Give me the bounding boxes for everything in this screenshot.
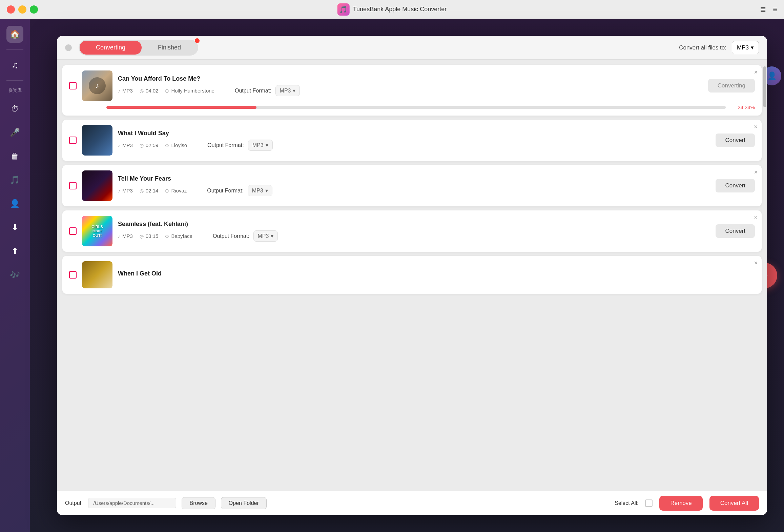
convert-all-button[interactable]: Convert All	[709, 496, 759, 511]
person-icon-3: ⊙	[165, 188, 169, 193]
song-1-title: Can You Afford To Lose Me?	[118, 75, 703, 82]
profile-icon: 👤	[10, 199, 20, 208]
sidebar-item-mic[interactable]: 🎤	[6, 124, 23, 141]
sidebar-item-apple-music[interactable]: ♫	[6, 57, 23, 74]
scrollbar-thumb[interactable]	[763, 66, 766, 107]
song-2-output-format: Output Format: MP3 ▾	[207, 140, 273, 151]
apple-music-icon: ♫	[12, 60, 19, 70]
clock-icon-2: ◷	[140, 143, 144, 148]
song-card-5: × When I Get Old	[62, 256, 762, 294]
song-card-1: × ♪ Can You Afford	[62, 65, 762, 116]
home-icon: 🏠	[10, 29, 20, 39]
browse-button[interactable]: Browse	[182, 497, 215, 509]
song-4-checkbox[interactable]	[69, 227, 77, 235]
song-1-artist: ⊙ Holly Humberstone	[165, 88, 214, 94]
song-2-convert-button[interactable]: Convert	[716, 134, 755, 147]
song-1-progress: 24.24%	[106, 104, 755, 110]
playlist-icon[interactable]: ≣	[760, 5, 766, 14]
close-song-5-button[interactable]: ×	[754, 260, 758, 266]
output-label: Output:	[65, 500, 83, 506]
song-4-convert-button[interactable]: Convert	[716, 224, 755, 238]
song-4-format: ♪ MP3	[118, 233, 133, 239]
trash-icon: 🗑	[11, 151, 19, 161]
song-3-format: ♪ MP3	[118, 188, 133, 193]
output-path: /Users/apple/Documents/...	[88, 498, 176, 508]
select-all-label: Select All:	[615, 500, 638, 506]
song-2-title: What I Would Say	[118, 130, 710, 137]
music-note-icon-2: ♪	[118, 143, 120, 148]
chevron-icon-3: ▾	[265, 187, 268, 194]
select-all-checkbox[interactable]	[645, 499, 653, 507]
close-song-2-button[interactable]: ×	[754, 124, 758, 130]
maximize-button[interactable]	[30, 5, 38, 14]
music2-icon: 🎶	[10, 270, 20, 280]
song-3-meta: ♪ MP3 ◷ 02:14 ⊙ Riovaz	[118, 185, 710, 196]
content-area: × ♪ Can You Afford	[57, 60, 767, 491]
tab-converting[interactable]: Converting	[80, 41, 142, 55]
clock-icon-3: ◷	[140, 188, 144, 193]
sidebar-item-music[interactable]: 🎵	[6, 171, 23, 188]
chevron-icon-4: ▾	[271, 233, 273, 239]
music-icon: 🎵	[10, 175, 20, 185]
sidebar-item-home[interactable]: 🏠	[6, 26, 23, 43]
song-1-convert-button[interactable]: Converting	[708, 79, 755, 93]
sidebar-item-clock[interactable]: ⏱	[6, 100, 23, 117]
sidebar-item-profile[interactable]: 👤	[6, 195, 23, 212]
bottom-bar: Output: /Users/apple/Documents/... Brows…	[57, 491, 767, 515]
sidebar-item-music2[interactable]: 🎶	[6, 266, 23, 283]
song-1-thumbnail: ♪	[82, 70, 112, 101]
song-3-format-dropdown[interactable]: MP3 ▾	[248, 185, 272, 196]
close-song-4-button[interactable]: ×	[754, 214, 758, 221]
song-5-title: When I Get Old	[118, 270, 755, 277]
playlist-up-icon: ⬆	[12, 246, 18, 256]
minimize-button[interactable]	[18, 5, 26, 14]
library-label: 资资库	[8, 87, 22, 94]
format-select-value: MP3	[737, 44, 749, 51]
song-4-format-dropdown[interactable]: MP3 ▾	[253, 230, 278, 242]
tab-finished[interactable]: Finished	[142, 41, 197, 55]
chevron-icon-1: ▾	[293, 87, 295, 94]
clock-icon-4: ◷	[140, 233, 144, 239]
song-1-meta: ♪ MP3 ◷ 04:02 ⊙ Holly Hu	[118, 85, 703, 96]
close-button[interactable]	[7, 5, 15, 14]
tab-group: Converting Finished	[79, 40, 198, 56]
song-1-checkbox[interactable]	[69, 82, 77, 89]
scrollbar-track[interactable]	[762, 60, 767, 491]
remove-button[interactable]: Remove	[659, 496, 702, 511]
song-4-meta: ♪ MP3 ◷ 03:15 ⊙ Babyface	[118, 230, 710, 242]
song-3-thumbnail	[82, 170, 112, 201]
playlist-down-icon: ⬇	[12, 223, 18, 232]
sidebar-item-playlist-down[interactable]: ⬇	[6, 219, 23, 236]
song-1-format-dropdown[interactable]: MP3 ▾	[275, 85, 300, 96]
sidebar-item-playlist-up[interactable]: ⬆	[6, 243, 23, 260]
format-select-dropdown[interactable]: MP3 ▾	[732, 41, 759, 54]
song-1-progress-bar-bg	[106, 106, 726, 109]
song-5-info: When I Get Old	[118, 270, 755, 280]
song-3-title: Tell Me Your Fears	[118, 175, 710, 182]
song-2-checkbox[interactable]	[69, 137, 77, 144]
header-dot	[65, 44, 72, 51]
song-5-checkbox[interactable]	[69, 271, 77, 279]
song-3-checkbox[interactable]	[69, 182, 77, 189]
converter-window: Converting Finished Convert all files to…	[57, 36, 767, 515]
open-folder-button[interactable]: Open Folder	[221, 497, 267, 509]
song-3-output-format: Output Format: MP3 ▾	[207, 185, 272, 196]
menu-icon[interactable]: ≡	[773, 5, 777, 14]
close-song-1-button[interactable]: ×	[754, 69, 758, 75]
close-song-3-button[interactable]: ×	[754, 169, 758, 175]
song-card-4: × GIRLS NIGHT OUT! Seam	[62, 210, 762, 252]
app-icon: 🎵	[337, 3, 350, 16]
sidebar-item-trash[interactable]: 🗑	[6, 148, 23, 165]
song-5-thumbnail	[82, 261, 112, 288]
song-2-thumbnail	[82, 125, 112, 156]
mic-icon: 🎤	[10, 128, 20, 137]
music-note-icon: ♪	[118, 88, 120, 94]
app-header: Converting Finished Convert all files to…	[57, 36, 767, 60]
song-4-thumbnail: GIRLS NIGHT OUT!	[82, 216, 112, 246]
song-3-convert-button[interactable]: Convert	[716, 179, 755, 192]
song-2-format-dropdown[interactable]: MP3 ▾	[248, 140, 273, 151]
song-2-format: ♪ MP3	[118, 142, 133, 148]
header-right: Convert all files to: MP3 ▾	[679, 41, 759, 54]
song-3-info: Tell Me Your Fears ♪ MP3 ◷ 02:14	[118, 175, 710, 196]
person-icon-2: ⊙	[165, 143, 169, 148]
